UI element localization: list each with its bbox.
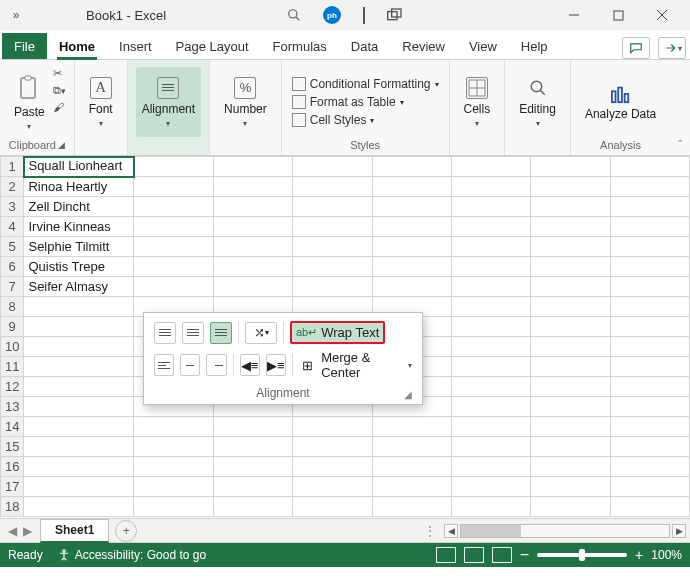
- horizontal-scrollbar[interactable]: [460, 524, 670, 538]
- svg-point-0: [289, 10, 297, 18]
- merge-center-icon: ⊞: [299, 354, 315, 376]
- tab-review[interactable]: Review: [390, 33, 457, 59]
- merge-center-button[interactable]: Merge & Center▾: [321, 350, 412, 380]
- cell-a6[interactable]: Quistis Trepe: [24, 257, 134, 277]
- alignment-button[interactable]: Alignment ▾: [136, 67, 201, 137]
- row-header[interactable]: 14: [1, 417, 24, 437]
- tab-file[interactable]: File: [2, 33, 47, 59]
- scroll-grip-icon[interactable]: ⋮: [424, 524, 436, 538]
- row-header[interactable]: 4: [1, 217, 24, 237]
- increase-indent-button[interactable]: ▶≡: [266, 354, 286, 376]
- page-layout-view-button[interactable]: [464, 547, 484, 563]
- ribbon-group-analysis: Analyze Data Analysis: [571, 60, 670, 155]
- ribbon: Paste ▾ ✂ ⧉▾ 🖌 Clipboard◢ A Font ▾ Align…: [0, 60, 690, 156]
- row-header[interactable]: 10: [1, 337, 24, 357]
- wrap-text-button[interactable]: ab↵ Wrap Text: [290, 321, 385, 344]
- zoom-slider[interactable]: [537, 553, 627, 557]
- editing-button[interactable]: Editing ▾: [513, 67, 562, 137]
- close-button[interactable]: [640, 0, 684, 30]
- scroll-right-button[interactable]: ▶: [672, 524, 686, 538]
- zoom-out-button[interactable]: −: [520, 546, 529, 564]
- share-button[interactable]: ▾: [658, 37, 686, 59]
- dialog-launcher-icon[interactable]: ◢: [404, 389, 412, 400]
- font-button[interactable]: A Font ▾: [83, 67, 119, 137]
- tab-view[interactable]: View: [457, 33, 509, 59]
- align-right-button[interactable]: [206, 354, 226, 376]
- row-header[interactable]: 6: [1, 257, 24, 277]
- tab-formulas[interactable]: Formulas: [261, 33, 339, 59]
- conditional-formatting-button[interactable]: Conditional Formatting▾: [290, 76, 441, 92]
- align-left-button[interactable]: [154, 354, 174, 376]
- worksheet-grid[interactable]: 1Squall Lionheart 2Rinoa Heartly 3Zell D…: [0, 156, 690, 519]
- svg-point-13: [531, 81, 542, 92]
- cell-a4[interactable]: Irvine Kinneas: [24, 217, 134, 237]
- align-bottom-button[interactable]: [210, 322, 232, 344]
- align-center-button[interactable]: [180, 354, 200, 376]
- analyze-data-button[interactable]: Analyze Data: [579, 67, 662, 137]
- tab-help[interactable]: Help: [509, 33, 560, 59]
- row-header[interactable]: 5: [1, 237, 24, 257]
- tab-home[interactable]: Home: [47, 33, 107, 59]
- row-header[interactable]: 8: [1, 297, 24, 317]
- tab-page-layout[interactable]: Page Layout: [164, 33, 261, 59]
- sheet-nav-next-icon[interactable]: ▶: [23, 524, 32, 538]
- scroll-left-button[interactable]: ◀: [444, 524, 458, 538]
- orientation-button[interactable]: ⤭▾: [245, 322, 277, 344]
- paste-button[interactable]: Paste ▾: [8, 67, 51, 137]
- popup-group-title: Alignment: [256, 386, 309, 400]
- zoom-level[interactable]: 100%: [651, 548, 682, 562]
- svg-rect-8: [21, 78, 35, 98]
- align-top-button[interactable]: [154, 322, 176, 344]
- svg-rect-3: [392, 9, 401, 17]
- row-header[interactable]: 18: [1, 497, 24, 517]
- row-header[interactable]: 9: [1, 317, 24, 337]
- switch-windows-icon[interactable]: [387, 8, 403, 22]
- number-button[interactable]: % Number ▾: [218, 67, 273, 137]
- row-header[interactable]: 11: [1, 357, 24, 377]
- cell-a5[interactable]: Selphie Tilmitt: [24, 237, 134, 257]
- format-painter-icon[interactable]: 🖌: [53, 101, 66, 113]
- svg-point-18: [63, 550, 65, 552]
- comments-button[interactable]: [622, 37, 650, 59]
- align-middle-button[interactable]: [182, 322, 204, 344]
- row-header[interactable]: 3: [1, 197, 24, 217]
- accessibility-status[interactable]: Accessibility: Good to go: [57, 548, 206, 562]
- svg-rect-15: [611, 91, 615, 102]
- format-as-table-button[interactable]: Format as Table▾: [290, 94, 441, 110]
- dialog-launcher-icon[interactable]: ◢: [58, 140, 65, 150]
- row-header[interactable]: 17: [1, 477, 24, 497]
- cell-a2[interactable]: Rinoa Heartly: [24, 177, 134, 197]
- status-ready: Ready: [8, 548, 43, 562]
- row-header[interactable]: 1: [1, 157, 24, 177]
- row-header[interactable]: 13: [1, 397, 24, 417]
- decrease-indent-button[interactable]: ◀≡: [240, 354, 260, 376]
- minimize-button[interactable]: [552, 0, 596, 30]
- row-header[interactable]: 12: [1, 377, 24, 397]
- ribbon-group-clipboard: Paste ▾ ✂ ⧉▾ 🖌 Clipboard◢: [0, 60, 75, 155]
- row-header[interactable]: 7: [1, 277, 24, 297]
- premium-icon[interactable]: [363, 8, 365, 23]
- tab-insert[interactable]: Insert: [107, 33, 164, 59]
- page-break-view-button[interactable]: [492, 547, 512, 563]
- cells-button[interactable]: Cells ▾: [458, 67, 497, 137]
- quick-access-more-icon[interactable]: »: [6, 8, 26, 22]
- zoom-in-button[interactable]: +: [635, 547, 643, 563]
- normal-view-button[interactable]: [436, 547, 456, 563]
- collapse-ribbon-icon[interactable]: ⌃: [676, 138, 684, 149]
- tab-data[interactable]: Data: [339, 33, 390, 59]
- maximize-button[interactable]: [596, 0, 640, 30]
- copy-icon[interactable]: ⧉▾: [53, 84, 66, 97]
- cell-styles-button[interactable]: Cell Styles▾: [290, 112, 441, 128]
- cell-a1[interactable]: Squall Lionheart: [24, 157, 134, 177]
- row-header[interactable]: 2: [1, 177, 24, 197]
- row-header[interactable]: 16: [1, 457, 24, 477]
- sheet-nav-prev-icon[interactable]: ◀: [8, 524, 17, 538]
- cell-a7[interactable]: Seifer Almasy: [24, 277, 134, 297]
- account-icon[interactable]: ph: [323, 6, 341, 24]
- cell-a3[interactable]: Zell Dincht: [24, 197, 134, 217]
- cut-icon[interactable]: ✂: [53, 67, 66, 80]
- sheet-tab[interactable]: Sheet1: [40, 519, 109, 543]
- new-sheet-button[interactable]: +: [115, 520, 137, 542]
- row-header[interactable]: 15: [1, 437, 24, 457]
- search-icon[interactable]: [287, 8, 301, 22]
